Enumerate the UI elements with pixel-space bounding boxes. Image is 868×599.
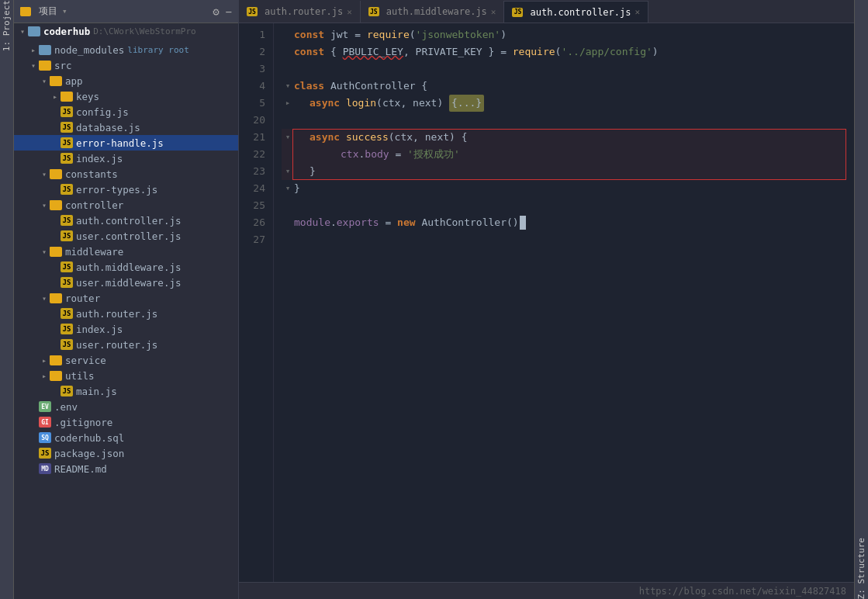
tab-label-auth-middleware: auth.middleware.js bbox=[386, 6, 487, 17]
label-constants: constants bbox=[65, 168, 118, 180]
tab-close-auth-middleware[interactable]: ✕ bbox=[491, 7, 496, 17]
sidebar-header: 项目 ▾ ⚙ − bbox=[14, 0, 238, 23]
sidebar-item-user-controller[interactable]: JS user.controller.js bbox=[14, 228, 238, 244]
code-editor[interactable]: 1 2 3 4 5 20 21 22 23 24 25 26 27 bbox=[239, 23, 854, 582]
label-package: package.json bbox=[54, 448, 124, 459]
project-panel-tab[interactable]: 1: Project bbox=[0, 0, 14, 599]
minimize-icon[interactable]: − bbox=[226, 5, 232, 18]
tab-icon-auth-controller: JS bbox=[512, 8, 523, 17]
file-tree: node_modules library root src app keys bbox=[14, 39, 238, 599]
library-root-badge: library root bbox=[127, 45, 188, 55]
fold-4: ▾ bbox=[282, 78, 294, 95]
arrow-constants bbox=[39, 170, 50, 178]
icon-sql: SQ bbox=[39, 432, 51, 443]
label-env: .env bbox=[54, 401, 78, 413]
arrow-keys bbox=[50, 92, 61, 101]
sidebar-item-auth-middleware[interactable]: JS auth.middleware.js bbox=[14, 259, 238, 275]
sidebar-item-app[interactable]: app bbox=[14, 73, 238, 88]
tab-auth-router[interactable]: JS auth.router.js ✕ bbox=[239, 1, 361, 23]
arrow-router bbox=[39, 294, 50, 303]
code-line-25 bbox=[282, 197, 846, 214]
sidebar-item-node-modules[interactable]: node_modules library root bbox=[14, 42, 238, 57]
project-panel-label: 1: Project bbox=[2, 0, 12, 57]
tabs-bar: JS auth.router.js ✕ JS auth.middleware.j… bbox=[239, 0, 854, 23]
sidebar-item-keys[interactable]: keys bbox=[14, 88, 238, 104]
settings-icon[interactable]: ⚙ bbox=[213, 5, 219, 18]
highlight-border-bottom bbox=[292, 163, 846, 180]
sidebar-item-user-router[interactable]: JS user.router.js bbox=[14, 337, 238, 352]
sidebar-item-database[interactable]: JS database.js bbox=[14, 119, 238, 135]
icon-error-handle: JS bbox=[61, 137, 73, 148]
fold-23: ▾ bbox=[282, 163, 294, 180]
sidebar-item-router-index[interactable]: JS index.js bbox=[14, 321, 238, 337]
folder-constants bbox=[50, 169, 62, 179]
sidebar-item-error-handle[interactable]: JS error-handle.js bbox=[14, 135, 238, 151]
sidebar-item-auth-controller[interactable]: JS auth.controller.js bbox=[14, 213, 238, 228]
pbulic-ley: PBULIC_LEY bbox=[343, 43, 403, 61]
icon-database: JS bbox=[61, 122, 73, 133]
tab-label-auth-router: auth.router.js bbox=[265, 6, 343, 17]
sidebar-item-src[interactable]: src bbox=[14, 57, 238, 73]
root-path: D:\CWork\WebStormPro bbox=[93, 26, 195, 36]
label-middleware: middleware bbox=[65, 246, 123, 258]
tab-auth-controller[interactable]: JS auth.controller.js ✕ bbox=[504, 1, 648, 23]
sidebar-item-readme[interactable]: MD README.md bbox=[14, 461, 238, 476]
code-line-24: ▾ } bbox=[282, 180, 846, 197]
sidebar-item-middleware[interactable]: middleware bbox=[14, 244, 238, 259]
sidebar-item-constants[interactable]: constants bbox=[14, 166, 238, 182]
tree-root[interactable]: coderhub D:\CWork\WebStormPro bbox=[14, 23, 238, 39]
structure-panel-tab[interactable]: Z: Structure bbox=[854, 0, 868, 599]
tab-close-auth-router[interactable]: ✕ bbox=[347, 7, 352, 17]
sidebar-item-utils[interactable]: utils bbox=[14, 368, 238, 383]
label-keys: keys bbox=[76, 91, 99, 102]
label-user-router: user.router.js bbox=[76, 339, 157, 351]
label-main: main.js bbox=[76, 386, 117, 397]
tab-label-auth-controller: auth.controller.js bbox=[530, 7, 631, 18]
icon-user-middleware: JS bbox=[61, 277, 73, 288]
icon-auth-router: JS bbox=[61, 308, 73, 319]
tab-icon-auth-router: JS bbox=[247, 7, 258, 16]
sidebar-item-gitignore[interactable]: GI .gitignore bbox=[14, 414, 238, 430]
dropdown-icon: ▾ bbox=[62, 6, 67, 16]
sidebar-item-router[interactable]: router bbox=[14, 290, 238, 306]
label-error-types: error-types.js bbox=[76, 184, 157, 196]
ln-20: 20 bbox=[239, 112, 265, 129]
watermark: https://blog.csdn.net/weixin_44827418 bbox=[639, 586, 846, 597]
ln-4: 4 bbox=[239, 78, 265, 95]
root-arrow bbox=[17, 27, 28, 36]
tab-auth-middleware[interactable]: JS auth.middleware.js ✕ bbox=[361, 1, 505, 23]
tab-icon-auth-middleware: JS bbox=[368, 7, 379, 16]
structure-panel-label: Z: Structure bbox=[856, 531, 866, 599]
sidebar-item-config[interactable]: JS config.js bbox=[14, 104, 238, 119]
sidebar-item-index[interactable]: JS index.js bbox=[14, 151, 238, 166]
sidebar-item-service[interactable]: service bbox=[14, 352, 238, 368]
ln-22: 22 bbox=[239, 146, 265, 163]
code-line-22: ctx . body = '授权成功' bbox=[282, 146, 846, 163]
code-line-3 bbox=[282, 61, 846, 78]
label-gitignore: .gitignore bbox=[54, 417, 112, 428]
icon-user-router: JS bbox=[61, 339, 73, 350]
sidebar-item-sql[interactable]: SQ coderhub.sql bbox=[14, 430, 238, 445]
sidebar-item-main[interactable]: JS main.js bbox=[14, 383, 238, 399]
tab-close-auth-controller[interactable]: ✕ bbox=[635, 7, 641, 17]
kw-const-1: const bbox=[294, 26, 324, 43]
label-app: app bbox=[65, 75, 83, 87]
sidebar-item-error-types[interactable]: JS error-types.js bbox=[14, 182, 238, 197]
code-line-20 bbox=[282, 112, 846, 129]
fold-24: ▾ bbox=[282, 180, 294, 197]
code-line-5: ▸ async login ( ctx , next ) {...} bbox=[282, 95, 846, 112]
ln-23: 23 bbox=[239, 163, 265, 180]
label-src: src bbox=[54, 60, 72, 71]
root-label: coderhub bbox=[43, 26, 90, 37]
cursor-caret bbox=[520, 216, 526, 230]
folder-icon-header bbox=[20, 7, 31, 16]
sidebar-item-auth-router[interactable]: JS auth.router.js bbox=[14, 306, 238, 321]
label-user-middleware: user.middleware.js bbox=[76, 277, 181, 289]
sidebar-item-package[interactable]: JS package.json bbox=[14, 445, 238, 461]
code-line-1: const jwt = require ( 'jsonwebtoken' ) bbox=[282, 26, 846, 43]
sidebar-item-controller[interactable]: controller bbox=[14, 197, 238, 213]
label-error-handle: error-handle.js bbox=[76, 137, 164, 149]
sidebar-item-user-middleware[interactable]: JS user.middleware.js bbox=[14, 275, 238, 290]
code-line-26: module . exports = new AuthController () bbox=[282, 214, 846, 231]
sidebar-item-env[interactable]: EV .env bbox=[14, 399, 238, 414]
